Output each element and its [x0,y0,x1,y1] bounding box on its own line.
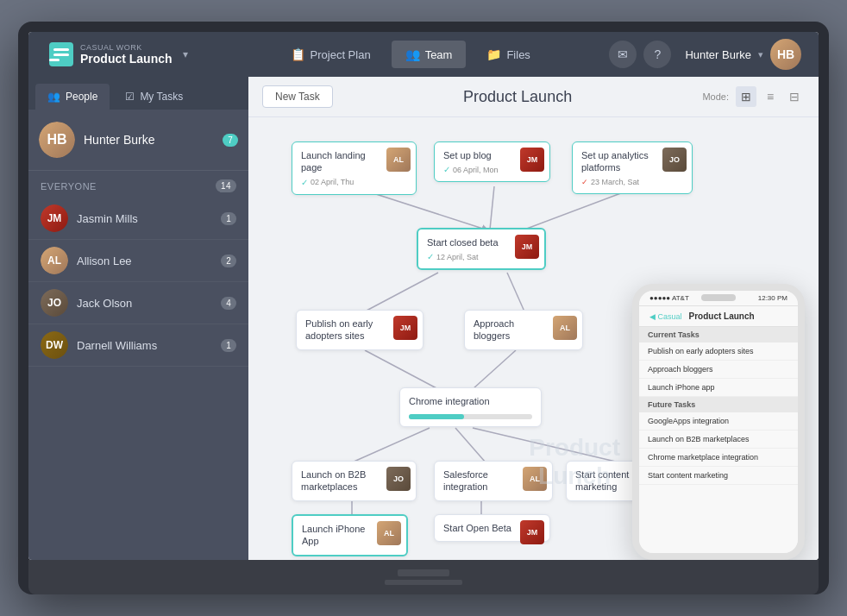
phone-future-tasks-label: Future Tasks [639,397,798,412]
task-avatar-publish-early: JM [393,316,417,340]
monitor-frame: Casual work Product Launch ▾ 📋 Project P… [18,22,829,594]
my-tasks-tab-label: My Tasks [140,91,183,103]
phone-future-task-2[interactable]: Launch on B2B marketplaces [639,431,798,449]
progress-bar-track [409,414,532,419]
app-logo[interactable]: Casual work Product Launch ▾ [39,42,211,66]
task-node-blog[interactable]: Set up blog ✓ 06 April, Mon JM [434,141,550,182]
task-avatar-launch-landing: AL [386,148,411,172]
phone-task-3[interactable]: Launch iPhone app [639,379,798,397]
task-node-b2b[interactable]: Launch on B2B marketplaces JO [292,461,417,501]
everyone-label: Everyone [41,181,97,192]
current-user-avatar: HB [39,122,75,158]
phone-time: 12:30 PM [758,294,787,302]
jasmin-name: Jasmin Mills [77,212,212,225]
task-node-chrome[interactable]: Chrome integration [399,387,542,427]
task-node-open-beta[interactable]: Start Open Beta JM [434,514,550,542]
monitor-stand-bottom [385,580,462,585]
check-icon: ✓ [301,178,308,187]
svg-line-7 [352,428,430,462]
current-user-name: Hunter Burke [84,133,214,147]
jack-badge: 4 [221,297,236,310]
people-item-allison[interactable]: AL Allison Lee 2 [28,240,248,282]
task-node-iphone-app[interactable]: Launch iPhone App AL [292,514,408,556]
darnell-badge: 1 [221,339,236,352]
phone-nav: ◀ Casual Product Launch [639,306,798,327]
phone-signal: ●●●●● AT&T [649,294,689,302]
task-date-blog: ✓ 06 April, Mon [443,165,513,174]
task-avatar-open-beta: JM [520,520,544,544]
app-title: Product Launch [80,52,173,66]
allison-name: Allison Lee [77,255,212,267]
task-node-launch-landing[interactable]: Launch landing page ✓ 02 April, Thu AL [292,141,417,195]
monitor-base [28,560,819,594]
phone-future-task-3[interactable]: Chrome marketplace integration [639,449,798,467]
phone-task-1[interactable]: Publish on early adopters sites [639,343,798,361]
phone-nav-title: Product Launch [689,311,755,321]
task-node-salesforce[interactable]: Salesforce integration AL [434,461,553,501]
task-node-closed-beta[interactable]: Start closed beta ✓ 12 April, Sat JM [417,228,546,270]
project-plan-icon: 📋 [291,47,305,61]
task-title-approach-bloggers: Approach bloggers [474,317,546,343]
task-title-closed-beta: Start closed beta [427,236,508,248]
view-mode-grid[interactable]: ⊞ [736,86,756,107]
help-icon: ? [655,47,662,61]
header-actions: ✉ ? Hunter Burke ▾ HB [609,35,808,73]
tab-people[interactable]: 👥 People [35,84,110,110]
flow-area: Launch landing page ✓ 02 April, Thu AL S… [248,117,819,560]
task-node-analytics[interactable]: Set up analytics platforms ✓ 23 March, S… [572,141,693,194]
everyone-section-header: Everyone 14 [28,171,248,198]
task-title-launch-landing: Launch landing page [301,149,380,174]
task-node-publish-early[interactable]: Publish on early adopters sites JM [296,310,424,350]
team-icon: 👥 [405,47,420,61]
svg-line-4 [507,273,524,311]
people-item-darnell[interactable]: DW Darnell Williams 1 [28,324,248,367]
jack-name: Jack Olson [77,297,212,310]
task-title-blog: Set up blog [443,149,513,161]
nav-item-team[interactable]: 👥 Team [392,41,467,68]
view-mode-kanban[interactable]: ⊟ [784,86,805,107]
allison-badge: 2 [221,255,236,267]
user-dropdown-arrow: ▾ [758,49,763,60]
people-item-jasmin[interactable]: JM Jasmin Mills 1 [28,198,248,240]
task-avatar-analytics: JO [662,148,687,172]
task-title-open-beta: Start Open Beta [443,522,513,534]
task-avatar-approach-bloggers: AL [553,316,577,340]
mail-button[interactable]: ✉ [609,41,637,68]
nav-item-project-plan[interactable]: 📋 Project Plan [277,41,385,68]
task-title-salesforce: Salesforce integration [443,468,516,493]
tab-my-tasks[interactable]: ☑ My Tasks [113,84,195,110]
phone-content: Current Tasks Publish on early adopters … [639,327,798,553]
task-avatar-blog: JM [520,148,544,172]
darnell-name: Darnell Williams [77,339,212,352]
content-header: New Task Product Launch Mode: ⊞ ≡ ⊟ [248,77,819,117]
help-button[interactable]: ? [643,41,671,68]
phone-task-2[interactable]: Approach bloggers [639,361,798,379]
my-tasks-tab-icon: ☑ [125,91,135,103]
svg-line-1 [490,186,494,229]
app-subtitle: Casual work [80,43,173,52]
main-layout: 👥 People ☑ My Tasks HB Hunter Burke 7 [28,77,819,560]
files-icon: 📁 [486,47,501,61]
task-title-chrome: Chrome integration [409,395,532,407]
view-mode-list[interactable]: ≡ [760,86,781,107]
phone-future-task-4[interactable]: Start content marketing [639,467,798,485]
task-date-closed-beta: ✓ 12 April, Sat [427,252,508,261]
task-date-analytics: ✓ 23 March, Sat [581,178,656,186]
task-date-launch-landing: ✓ 02 April, Thu [301,178,380,187]
phone-back-button[interactable]: ◀ Casual [649,312,682,321]
people-item-jack[interactable]: JO Jack Olson 4 [28,282,248,324]
mail-icon: ✉ [618,47,628,61]
everyone-count: 14 [216,179,236,192]
phone-future-task-1[interactable]: GoogleApps integration [639,412,798,431]
sidebar-current-user[interactable]: HB Hunter Burke 7 [28,110,248,171]
app-dropdown-arrow[interactable]: ▾ [183,48,188,60]
header-nav: 📋 Project Plan 👥 Team 📁 Files [211,41,609,68]
new-task-button[interactable]: New Task [262,85,333,108]
user-area[interactable]: Hunter Burke ▾ HB [678,35,808,73]
avatar-initials: HB [770,39,801,70]
nav-item-files[interactable]: 📁 Files [473,41,543,68]
user-name: Hunter Burke [685,48,751,61]
logo-icon [49,42,73,66]
task-node-approach-bloggers[interactable]: Approach bloggers AL [464,310,583,350]
task-title-b2b: Launch on B2B marketplaces [301,468,380,493]
